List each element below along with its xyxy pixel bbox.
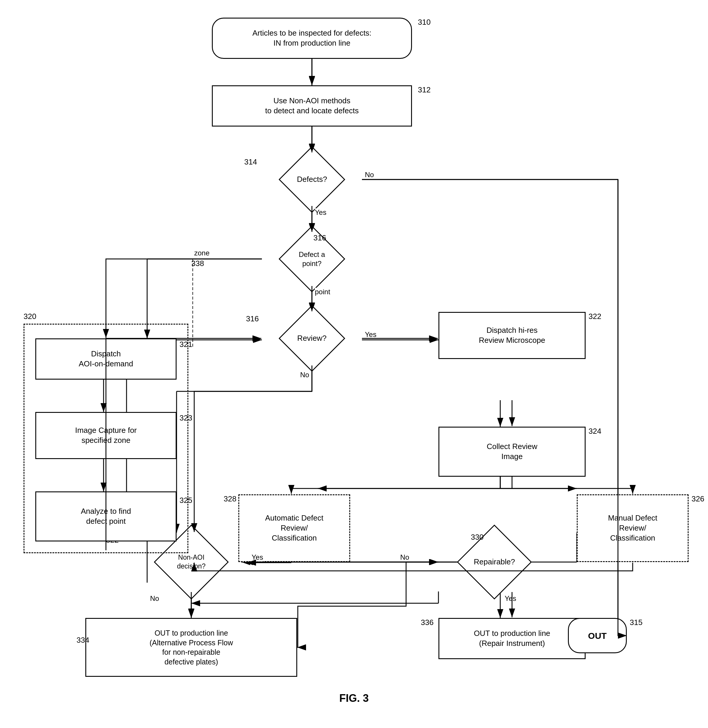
diamond-316-label: Defect a point? bbox=[280, 227, 344, 291]
box-326-manual-label: Manual Defect Review/ Classification bbox=[608, 513, 657, 543]
box-312-label: Use Non-AOI methods to detect and locate… bbox=[265, 96, 359, 116]
box-322-dispatch: Dispatch hi-res Review Microscope bbox=[438, 312, 586, 359]
label-yes2: Yes bbox=[365, 331, 376, 339]
label-yes3: Yes bbox=[252, 553, 263, 561]
box-321-label: Dispatch AOI-on-demand bbox=[79, 349, 133, 369]
diamond-318-wrapper: Review? bbox=[262, 312, 362, 365]
box-321-dispatch: Dispatch AOI-on-demand bbox=[35, 338, 177, 380]
label-no3: No bbox=[150, 595, 159, 603]
box-322-dispatch-label: Dispatch hi-res Review Microscope bbox=[479, 325, 545, 345]
diamond-330-label: Repairable? bbox=[458, 526, 531, 598]
ref-320: 320 bbox=[23, 312, 36, 321]
box-310-label: Articles to be inspected for defects: IN… bbox=[252, 28, 371, 48]
diamond-316: Defect a point? bbox=[279, 226, 345, 292]
box-325-analyze: Analyze to find defect point bbox=[35, 492, 177, 541]
box-324-collect: Collect Review Image bbox=[438, 427, 586, 477]
ref-315: 315 bbox=[630, 618, 643, 627]
ref-330: 330 bbox=[471, 532, 483, 542]
ref-318: 316 bbox=[246, 314, 259, 323]
ref-321: 321 bbox=[180, 340, 192, 349]
ref-322: 322 bbox=[589, 312, 601, 321]
box-323-label: Image Capture for specified zone bbox=[75, 425, 137, 445]
ref-334: 334 bbox=[77, 635, 89, 645]
label-no2: No bbox=[300, 371, 309, 379]
diamond-316-wrapper: Defect a point? bbox=[262, 232, 362, 286]
label-point: point bbox=[315, 288, 330, 296]
box-315-label: OUT bbox=[588, 630, 606, 641]
box-336-label: OUT to production line (Repair Instrumen… bbox=[474, 628, 550, 648]
diamond-330-wrapper: Repairable? bbox=[438, 532, 550, 592]
ref-316: 316 bbox=[313, 233, 326, 242]
box-323-capture: Image Capture for specified zone bbox=[35, 412, 177, 459]
ref-326: 326 bbox=[692, 495, 704, 503]
ref-336: 336 bbox=[421, 618, 434, 627]
diamond-318-label: Review? bbox=[280, 306, 344, 370]
label-yes-330: Yes bbox=[505, 595, 516, 603]
box-328-auto: Automatic Defect Review/ Classification bbox=[238, 495, 350, 562]
label-zone: zone bbox=[194, 249, 209, 257]
fig-caption: FIG. 3 bbox=[339, 692, 369, 705]
label-no-330: No bbox=[400, 553, 409, 561]
ref-324: 324 bbox=[589, 427, 601, 436]
ref-328: 328 bbox=[223, 495, 236, 503]
diamond-314-wrapper: Defects? bbox=[262, 153, 362, 206]
ref-312: 312 bbox=[418, 86, 431, 94]
diamond-314: Defects? bbox=[279, 146, 345, 213]
box-310: Articles to be inspected for defects: IN… bbox=[212, 17, 412, 59]
ref-325: 325 bbox=[180, 496, 192, 505]
box-328-auto-label: Automatic Defect Review/ Classification bbox=[265, 513, 324, 543]
box-336-repair: OUT to production line (Repair Instrumen… bbox=[438, 618, 586, 659]
label-no1: No bbox=[365, 171, 374, 179]
diamond-318: Review? bbox=[279, 305, 345, 372]
label-yes1: Yes bbox=[315, 208, 326, 216]
box-325-label: Analyze to find defect point bbox=[81, 506, 131, 526]
diamond-314-label: Defects? bbox=[280, 148, 344, 212]
box-334-out-alt: OUT to production line (Alternative Proc… bbox=[85, 618, 297, 677]
diamond-330: Repairable? bbox=[457, 525, 532, 600]
box-324-collect-label: Collect Review Image bbox=[487, 442, 537, 462]
box-315-out: OUT bbox=[568, 618, 627, 653]
fig-caption-label: FIG. 3 bbox=[339, 692, 369, 704]
ref-323: 323 bbox=[180, 413, 192, 422]
flowchart-diagram: Articles to be inspected for defects: IN… bbox=[0, 0, 708, 728]
box-334-label: OUT to production line (Alternative Proc… bbox=[149, 628, 233, 667]
box-312: Use Non-AOI methods to detect and locate… bbox=[212, 86, 412, 126]
box-326-manual: Manual Defect Review/ Classification bbox=[577, 495, 689, 562]
ref-314: 314 bbox=[244, 157, 257, 167]
ref-310: 310 bbox=[418, 17, 431, 27]
